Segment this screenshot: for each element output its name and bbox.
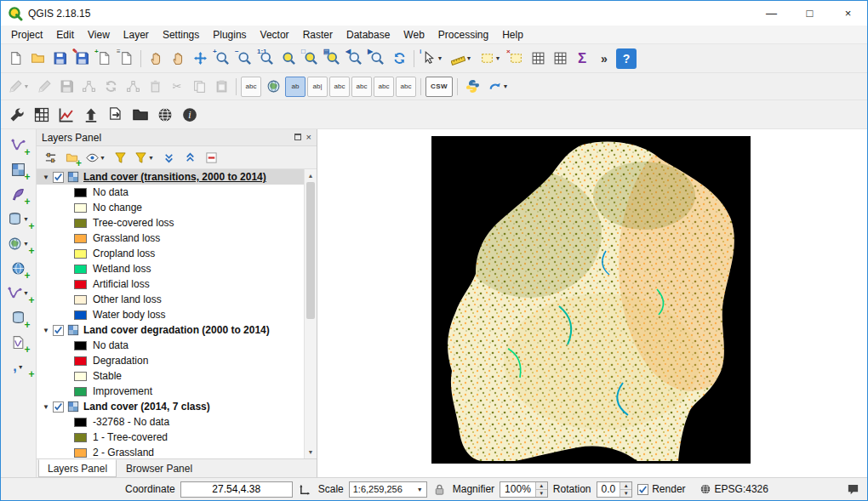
scale-lock-icon[interactable] [432, 481, 448, 497]
zoom-last-icon[interactable]: ◀ [345, 48, 365, 69]
manage-map-themes-icon[interactable]: ▼ [83, 148, 108, 167]
toolbar-overflow-icon[interactable]: » [594, 48, 614, 69]
legend-item-row[interactable]: Cropland loss [37, 246, 317, 261]
legend-item-row[interactable]: Stable [37, 368, 317, 384]
open-project-icon[interactable] [27, 48, 48, 69]
new-print-composer-icon[interactable]: + [94, 48, 114, 69]
map-canvas[interactable] [317, 129, 867, 477]
menu-view[interactable]: View [81, 27, 117, 43]
add-delimited-text-layer-icon[interactable]: ,+▼ [3, 356, 34, 378]
legend-item-row[interactable]: Water body loss [37, 307, 317, 322]
plugin-data-folder-icon[interactable] [128, 103, 151, 126]
expander-icon[interactable]: ▼ [40, 403, 52, 411]
expander-icon[interactable]: ▼ [40, 327, 52, 334]
legend-item-row[interactable]: Tree-covered loss [37, 215, 317, 231]
metasearch-csw-icon[interactable]: CSW [425, 77, 453, 97]
legend-item-row[interactable]: No data [37, 338, 317, 353]
close-panel-icon[interactable]: × [306, 133, 311, 142]
plugin-globe-icon[interactable] [153, 103, 176, 126]
identify-features-icon[interactable]: i▼ [419, 48, 446, 69]
plugin-upload-icon[interactable] [79, 103, 102, 126]
expand-all-icon[interactable] [159, 148, 178, 167]
statistical-summary-icon[interactable]: Σ [572, 48, 592, 69]
menu-plugins[interactable]: Plugins [206, 27, 253, 43]
pin-labels-icon[interactable]: ab| [307, 77, 328, 97]
layer-visibility-checkbox[interactable] [53, 325, 64, 336]
extent-toggle-icon[interactable] [298, 481, 313, 497]
python-console-icon[interactable] [462, 77, 483, 97]
layer-visibility-checkbox[interactable] [53, 401, 64, 413]
raster-calculator-icon[interactable] [550, 48, 570, 69]
rotation-steppers[interactable]: ▲▼ [620, 482, 631, 497]
layer-visibility-checkbox[interactable] [53, 172, 64, 183]
legend-item-row[interactable]: Degradation [37, 353, 317, 368]
legend-item-row[interactable]: No change [37, 200, 317, 215]
highlight-labels-icon[interactable]: abc [329, 77, 350, 97]
menu-project[interactable]: Project [4, 27, 49, 43]
minimize-button[interactable]: — [752, 1, 791, 26]
add-wms-layer-icon[interactable]: +▼ [3, 232, 34, 254]
composer-manager-icon[interactable]: ≡ [116, 48, 136, 69]
menu-raster[interactable]: Raster [296, 27, 340, 43]
magnifier-steppers[interactable]: ▲▼ [535, 482, 547, 497]
scroll-track[interactable] [305, 182, 317, 446]
tab-browser-panel[interactable]: Browser Panel [117, 459, 202, 477]
add-oracle-layer-icon[interactable]: + [8, 306, 30, 328]
layers-scrollbar[interactable]: ▲ ▼ [304, 169, 317, 458]
add-wcs-layer-icon[interactable]: + [8, 257, 30, 279]
menu-web[interactable]: Web [397, 27, 431, 43]
rotate-label-icon[interactable]: abc [374, 77, 394, 97]
layer-group-row[interactable]: ▼Land cover (2014, 7 class) [37, 399, 317, 414]
layer-group-row[interactable]: ▼Land cover (transitions, 2000 to 2014) [37, 169, 317, 185]
scroll-thumb[interactable] [306, 182, 315, 319]
remove-layer-icon[interactable] [202, 148, 220, 167]
add-vector-layer-icon[interactable]: + [8, 134, 30, 156]
menu-settings[interactable]: Settings [156, 27, 206, 43]
legend-item-row[interactable]: Wetland loss [37, 261, 317, 276]
menu-layer[interactable]: Layer [117, 27, 156, 43]
move-label-icon[interactable]: abc [351, 77, 372, 97]
touch-zoom-and-pan-icon[interactable] [146, 48, 166, 69]
zoom-to-selection-icon[interactable]: □ [300, 48, 321, 69]
change-label-icon[interactable]: abc [396, 77, 416, 97]
zoom-in-icon[interactable]: + [212, 48, 232, 69]
zoom-out-icon[interactable]: − [234, 48, 254, 69]
legend-item-row[interactable]: Other land loss [37, 292, 317, 307]
layer-group-row[interactable]: ▼Land cover degradation (2000 to 2014) [37, 322, 317, 338]
render-check-icon[interactable] [637, 484, 648, 495]
measure-icon[interactable]: ▼ [448, 48, 475, 69]
add-spatialite-layer-icon[interactable]: + [8, 183, 30, 205]
render-checkbox[interactable]: Render [637, 483, 685, 495]
menu-help[interactable]: Help [495, 27, 530, 43]
refresh-map-icon[interactable] [389, 48, 409, 69]
float-panel-icon[interactable] [294, 133, 301, 142]
coordinate-input[interactable] [180, 481, 293, 498]
add-wfs-layer-icon[interactable]: +▼ [3, 282, 34, 304]
tab-layers-panel[interactable]: Layers Panel [38, 459, 117, 477]
plugin-export-page-icon[interactable] [104, 103, 127, 126]
labeling-globe-icon[interactable] [263, 77, 283, 97]
messages-bubble-icon[interactable] [845, 481, 860, 497]
pan-map-icon[interactable] [168, 48, 188, 69]
maximize-button[interactable]: □ [791, 1, 829, 26]
add-raster-layer-icon[interactable]: + [8, 158, 30, 180]
open-layer-styling-icon[interactable] [41, 148, 60, 167]
legend-item-row[interactable]: Improvement [37, 384, 317, 399]
legend-item-row[interactable]: No data [37, 185, 317, 200]
menu-vector[interactable]: Vector [254, 27, 296, 43]
redo-icon[interactable]: ▼ [484, 77, 511, 97]
magnifier-spinbox[interactable]: 100% ▲▼ [500, 481, 548, 498]
scale-combo[interactable]: 1:6,259,256 ▼ [349, 481, 427, 498]
open-attribute-table-icon[interactable] [528, 48, 548, 69]
help-icon[interactable]: ? [616, 48, 637, 69]
menu-processing[interactable]: Processing [431, 27, 495, 43]
close-button[interactable]: × [829, 1, 867, 26]
zoom-to-layer-icon[interactable]: ▤ [323, 48, 343, 69]
filter-legend-icon[interactable] [111, 148, 129, 167]
plugin-calculator-table-icon[interactable] [30, 103, 53, 126]
crs-status-button[interactable]: EPSG:4326 [700, 483, 768, 495]
plugin-timeseries-plot-icon[interactable] [54, 103, 77, 126]
menu-database[interactable]: Database [340, 27, 397, 43]
scroll-down-icon[interactable]: ▼ [305, 446, 317, 458]
deselect-features-icon[interactable]: × [505, 48, 526, 69]
